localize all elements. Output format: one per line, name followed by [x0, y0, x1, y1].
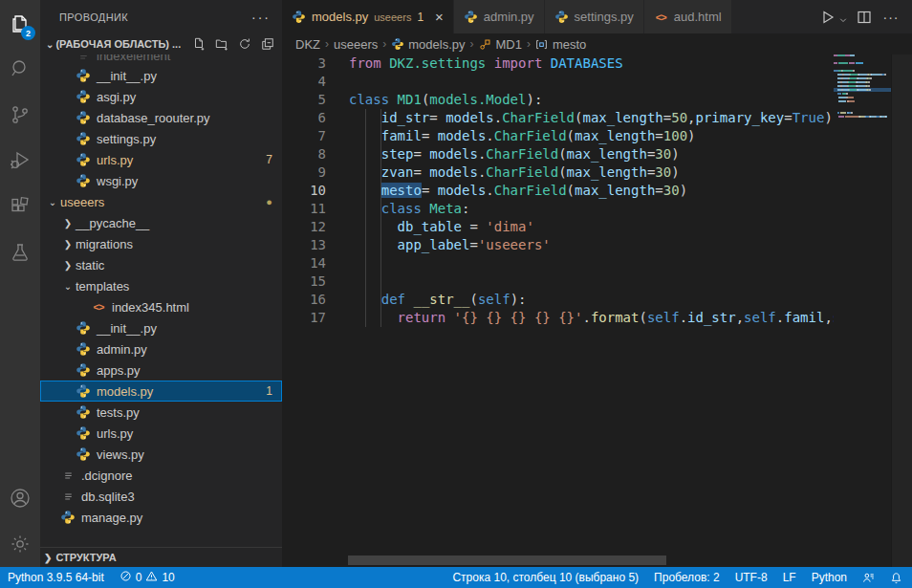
- horizontal-scrollbar[interactable]: [348, 555, 666, 565]
- more-actions-button[interactable]: ···: [879, 6, 902, 29]
- breadcrumb-dkz[interactable]: DKZ: [295, 37, 320, 52]
- breadcrumb-mesto[interactable]: mesto: [535, 37, 586, 52]
- breadcrumb-separator: ›: [527, 37, 531, 51]
- new-folder-icon[interactable]: [215, 37, 228, 51]
- tree-item-label: urls.py: [97, 153, 133, 167]
- language-mode-status[interactable]: Python: [812, 571, 847, 584]
- tab-models-py[interactable]: models.pyuseeers1×: [282, 0, 454, 33]
- tree-item-indexelement[interactable]: indexelement: [40, 54, 282, 65]
- tree-item-db-sqlite3[interactable]: db.sqlite3: [40, 486, 282, 507]
- tree-item-tests-py[interactable]: tests.py: [40, 402, 282, 423]
- breadcrumb-useeers[interactable]: useeers: [334, 37, 378, 52]
- python-interpreter-status[interactable]: Python 3.9.5 64-bit: [8, 571, 104, 584]
- tree-item-index345-html[interactable]: <>index345.html: [40, 296, 282, 317]
- warning-icon: [145, 570, 158, 585]
- code-line-4[interactable]: 4: [282, 73, 891, 91]
- tree-item-label: settings.py: [97, 132, 156, 146]
- code-line-8[interactable]: 8 step= models.CharField(max_length=30): [282, 145, 891, 163]
- code-line-3[interactable]: 3from DKZ.settings import DATABASES: [282, 54, 891, 73]
- code-line-10[interactable]: 10 mesto= models.CharField(max_length=30…: [282, 182, 891, 200]
- tab-aud-html[interactable]: <>aud.html: [644, 0, 732, 33]
- code-line-7[interactable]: 7 famil= models.CharField(max_length=100…: [282, 127, 891, 145]
- tab-label: admin.py: [484, 10, 534, 24]
- tree-item--init-py[interactable]: __init__.py: [40, 317, 282, 338]
- python-file-icon: [76, 110, 91, 125]
- file-tree: indexelement__init__.pyasgi.pydatabase_r…: [40, 54, 282, 528]
- tree-item-admin-py[interactable]: admin.py: [40, 338, 282, 359]
- tree-item--dcignore[interactable]: .dcignore: [40, 465, 282, 486]
- minimap[interactable]: [834, 54, 891, 567]
- activitybar-testing[interactable]: [0, 229, 40, 275]
- indentation-status[interactable]: Пробелов: 2: [654, 571, 720, 584]
- tree-item-database-roouter-py[interactable]: database_roouter.py: [40, 107, 282, 128]
- modified-dot-icon: ●: [266, 196, 272, 207]
- tree-item-urls-py[interactable]: urls.py7: [40, 149, 282, 170]
- code-line-12[interactable]: 12 db_table = 'dima': [282, 218, 891, 236]
- activitybar-settings[interactable]: [0, 521, 40, 567]
- tab-settings-py[interactable]: settings.py: [545, 0, 644, 33]
- tree-item-settings-py[interactable]: settings.py: [40, 128, 282, 149]
- tab-admin-py[interactable]: admin.py: [454, 0, 545, 33]
- activitybar-extensions[interactable]: [0, 184, 40, 229]
- split-editor-button[interactable]: [853, 6, 876, 29]
- run-dropdown-button[interactable]: [837, 6, 849, 29]
- tree-item-label: models.py: [97, 384, 153, 399]
- tree-folder-useeers[interactable]: ⌄useeers●: [40, 191, 282, 212]
- tree-item-label: admin.py: [97, 342, 147, 357]
- tree-item-manage-py[interactable]: manage.py: [40, 507, 282, 528]
- tree-folder-templates[interactable]: ⌄templates: [40, 275, 282, 296]
- activitybar-source-control[interactable]: [0, 92, 40, 138]
- workspace-section-label: (РАБОЧАЯ ОБЛАСТЬ) ...: [55, 38, 181, 50]
- tree-item-label: .dcignore: [81, 468, 132, 483]
- split-icon: [857, 10, 872, 25]
- tree-item-views-py[interactable]: views.py: [40, 444, 282, 465]
- new-file-icon[interactable]: [192, 37, 206, 51]
- code-line-11[interactable]: 11 class Meta:: [282, 200, 891, 218]
- activitybar-run-debug[interactable]: [0, 138, 40, 184]
- chevron-down-icon: ⌄: [45, 197, 60, 207]
- feedback-icon[interactable]: [862, 572, 875, 584]
- account-icon: [9, 487, 32, 510]
- tree-folder-migrations[interactable]: ❯migrations: [40, 233, 282, 254]
- code-line-6[interactable]: 6 id_str= models.CharField(max_length=50…: [282, 109, 891, 127]
- tree-item-label: __pycache__: [76, 216, 149, 230]
- eol-status[interactable]: LF: [783, 571, 796, 584]
- workspace-section-header[interactable]: ⌄ (РАБОЧАЯ ОБЛАСТЬ) ...: [40, 33, 282, 54]
- tree-item-urls-py[interactable]: urls.py: [40, 423, 282, 444]
- vertical-scrollbar[interactable]: [891, 54, 912, 567]
- code-line-16[interactable]: 16 def __str__(self):: [282, 291, 891, 309]
- collapse-all-icon[interactable]: [261, 37, 274, 51]
- explorer-more-actions-icon[interactable]: ···: [251, 10, 271, 25]
- notifications-bell-icon[interactable]: [890, 572, 902, 584]
- breadcrumb-separator: ›: [382, 37, 386, 51]
- tree-item-models-py[interactable]: models.py1: [40, 381, 282, 402]
- error-icon: [119, 570, 132, 585]
- code-editor[interactable]: 3from DKZ.settings import DATABASES45cla…: [282, 54, 912, 567]
- tree-folder-static[interactable]: ❯static: [40, 254, 282, 275]
- tree-item-wsgi-py[interactable]: wsgi.py: [40, 170, 282, 191]
- python-file-icon: [76, 404, 91, 420]
- activitybar-account[interactable]: [0, 475, 40, 521]
- breadcrumb-md1[interactable]: MD1: [479, 37, 522, 52]
- code-line-17[interactable]: 17 return '{} {} {} {} {}'.format(self.i…: [282, 309, 891, 327]
- code-line-13[interactable]: 13 app_label='useeers': [282, 236, 891, 254]
- refresh-icon[interactable]: [238, 37, 251, 51]
- tree-item-apps-py[interactable]: apps.py: [40, 359, 282, 381]
- code-line-14[interactable]: 14: [282, 254, 891, 272]
- tree-item--init-py[interactable]: __init__.py: [40, 65, 282, 86]
- code-line-5[interactable]: 5class MD1(models.Model):: [282, 91, 891, 109]
- code-line-15[interactable]: 15: [282, 272, 891, 291]
- close-icon[interactable]: ×: [435, 9, 444, 25]
- run-button[interactable]: [816, 6, 839, 29]
- tree-folder--pycache-[interactable]: ❯__pycache__: [40, 212, 282, 233]
- tree-item-asgi-py[interactable]: asgi.py: [40, 86, 282, 107]
- activitybar-explorer[interactable]: 2: [0, 0, 40, 46]
- activitybar-search[interactable]: [0, 46, 40, 92]
- code-line-9[interactable]: 9 zvan= models.CharField(max_length=30): [282, 163, 891, 182]
- breadcrumb-models-py[interactable]: models.py: [391, 37, 465, 52]
- problems-status[interactable]: 0 10: [119, 570, 175, 585]
- encoding-status[interactable]: UTF-8: [735, 571, 768, 584]
- code-content[interactable]: 3from DKZ.settings import DATABASES45cla…: [282, 54, 891, 327]
- outline-section-header[interactable]: ❯ СТРУКТУРА: [40, 547, 282, 567]
- cursor-position-status[interactable]: Строка 10, столбец 10 (выбрано 5): [452, 571, 639, 584]
